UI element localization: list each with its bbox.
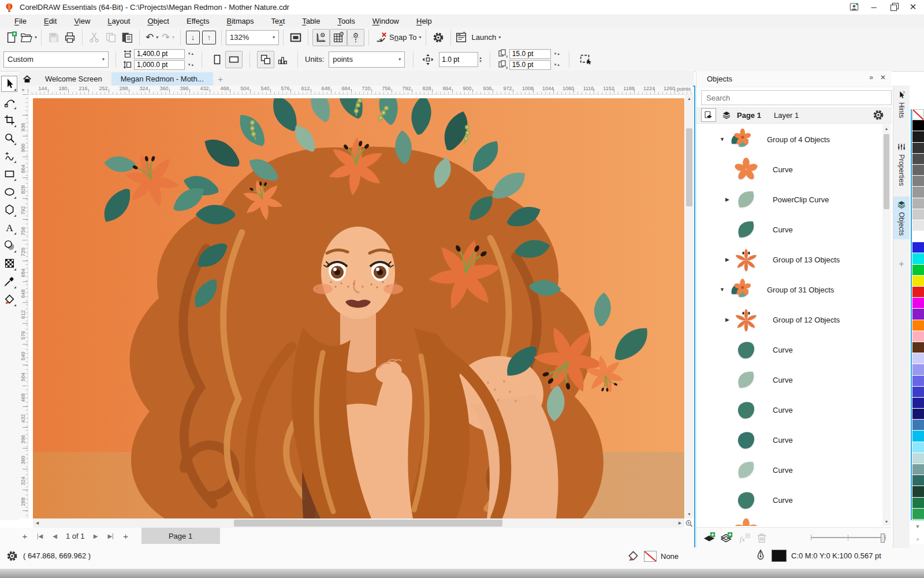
color-swatch-40-black[interactable] <box>912 187 924 198</box>
color-swatch-purple[interactable] <box>912 309 924 320</box>
page-tab[interactable]: Page 1 <box>141 528 220 544</box>
object-row[interactable]: ▶Group of 13 Objects <box>696 244 880 275</box>
options-gear-button[interactable] <box>430 29 446 46</box>
tab-hints[interactable]: ? Hints <box>893 87 910 121</box>
open-dropdown-caret[interactable]: ▾ <box>35 35 37 40</box>
restore-button[interactable] <box>884 0 903 14</box>
export-button[interactable]: ↑ <box>201 29 217 46</box>
docker-scroll-down-icon[interactable]: ▼ <box>882 517 891 526</box>
first-page-icon[interactable]: |◀ <box>32 529 47 543</box>
docker-collapse-icon[interactable]: » <box>869 73 873 81</box>
vertical-scroll-thumb[interactable] <box>686 128 692 206</box>
color-swatch-steel-blue[interactable] <box>912 420 924 431</box>
menu-layout[interactable]: Layout <box>99 17 139 25</box>
add-page-icon[interactable]: + <box>17 529 32 543</box>
transparency-tool[interactable] <box>2 256 17 271</box>
color-swatch-green[interactable] <box>912 265 924 276</box>
copy-button[interactable] <box>103 29 119 46</box>
docker-close-icon[interactable]: ✕ <box>880 73 886 81</box>
color-swatch-yellow[interactable] <box>912 276 924 287</box>
add-page-after-icon[interactable]: + <box>118 529 133 543</box>
ellipse-tool[interactable] <box>2 184 17 199</box>
home-icon[interactable] <box>18 72 36 86</box>
slider-thumb[interactable] <box>881 533 885 543</box>
text-tool[interactable] <box>2 220 17 235</box>
undo-dropdown-caret[interactable]: ▾ <box>156 35 158 40</box>
docker-splitter[interactable] <box>694 86 695 547</box>
color-swatch-periwinkle[interactable] <box>912 364 924 375</box>
show-guidelines-toggle[interactable] <box>347 29 364 46</box>
color-swatch-red[interactable] <box>912 287 924 298</box>
palette-expand-icon[interactable]: » <box>912 534 923 544</box>
snap-to-dropdown[interactable]: Sn̲ap To▾ <box>389 29 421 46</box>
effects-fx-button[interactable]: fx <box>736 530 753 546</box>
menu-file[interactable]: File <box>6 17 35 25</box>
scroll-up-icon[interactable]: ▲ <box>685 94 694 103</box>
horizontal-ruler[interactable]: points1441802162522883243603964324685045… <box>28 86 693 95</box>
color-swatch-20-black[interactable] <box>912 209 924 220</box>
landscape-button[interactable] <box>225 51 243 68</box>
current-page-button[interactable] <box>274 51 290 68</box>
duplicate-y-input[interactable] <box>509 60 551 70</box>
drop-shadow-tool[interactable] <box>2 238 17 253</box>
rectangle-tool[interactable] <box>2 166 17 181</box>
zoom-dropdown-caret[interactable]: ▾ <box>273 35 275 40</box>
portrait-button[interactable] <box>209 51 225 68</box>
menu-object[interactable]: Object <box>139 17 178 25</box>
snap-to-caret[interactable]: ▾ <box>419 35 421 40</box>
docker-scroll-up-icon[interactable]: ▲ <box>882 124 891 133</box>
nudge-offset-input[interactable] <box>439 52 478 67</box>
object-row[interactable]: Curve <box>696 455 880 485</box>
tab-objects[interactable]: Objects <box>893 197 910 239</box>
docker-zoom-slider[interactable] <box>811 535 886 540</box>
menu-view[interactable]: View <box>65 17 99 25</box>
tab-welcome-screen[interactable]: Welcome Screen <box>36 72 111 86</box>
user-account-icon[interactable] <box>844 0 864 14</box>
ruler-origin-icon[interactable]: ⌖ <box>18 86 28 94</box>
object-row[interactable]: ▼Group of 31 Objects <box>696 275 880 305</box>
search-input[interactable] <box>701 90 892 105</box>
show-grid-toggle[interactable] <box>330 29 347 46</box>
object-row[interactable]: Curve <box>696 485 880 515</box>
scroll-down-icon[interactable]: ▼ <box>685 510 694 518</box>
color-swatch-sea-green[interactable] <box>912 520 924 520</box>
drawing-page[interactable] <box>33 98 684 518</box>
add-docker-icon[interactable]: + <box>893 259 910 269</box>
zoom-level-select[interactable]: 132%▾ <box>226 30 279 45</box>
color-swatch-orange[interactable] <box>912 320 924 331</box>
horizontal-scroll-thumb[interactable] <box>234 520 502 527</box>
docker-scroll-thumb[interactable] <box>884 134 889 209</box>
new-tab-button[interactable]: + <box>213 72 228 86</box>
close-button[interactable]: ✕ <box>903 0 923 14</box>
eyedropper-tool[interactable] <box>2 274 17 289</box>
layer-manager-view-icon[interactable] <box>701 108 716 122</box>
color-swatch-deep-forest[interactable] <box>912 486 924 497</box>
previous-page-icon[interactable]: ◀ <box>47 529 62 543</box>
expander-icon[interactable]: ▼ <box>720 136 729 142</box>
object-row[interactable]: Curve <box>696 425 880 455</box>
page-preset-select[interactable]: Custom▾ <box>3 51 109 68</box>
menu-tools[interactable]: Tools <box>329 17 363 25</box>
zoom-corner-button[interactable] <box>685 519 694 528</box>
shape-tool[interactable] <box>2 95 17 110</box>
menu-window[interactable]: Window <box>364 17 408 25</box>
color-swatch-royal-blue[interactable] <box>912 387 924 398</box>
color-swatch-pale-aqua[interactable] <box>912 453 924 464</box>
layer-header-row[interactable]: Page 1 Layer 1 <box>696 107 892 124</box>
open-button[interactable]: ▾ <box>20 29 37 46</box>
units-select[interactable]: points▾ <box>329 51 405 68</box>
tab-document[interactable]: Megan Redmon - Moth... <box>111 72 213 86</box>
scroll-left-icon[interactable]: ◀ <box>33 518 42 528</box>
color-swatch-pale-lavender[interactable] <box>912 353 924 364</box>
color-swatch-magenta[interactable] <box>912 298 924 309</box>
color-swatch-pink[interactable] <box>912 331 924 342</box>
object-row[interactable]: ▶PowerClip Curve <box>696 184 880 214</box>
color-swatch-slate-teal[interactable] <box>912 464 924 475</box>
import-button[interactable]: ↓ <box>185 29 201 46</box>
color-swatch-none[interactable] <box>912 109 924 120</box>
color-swatch-navy-blue[interactable] <box>912 398 924 409</box>
menu-text[interactable]: Text <box>262 17 293 25</box>
expander-icon[interactable]: ▼ <box>720 287 729 292</box>
launch-button[interactable]: Launch▾ <box>455 29 501 46</box>
page-height-spinner[interactable]: ▾▴ <box>188 62 195 67</box>
